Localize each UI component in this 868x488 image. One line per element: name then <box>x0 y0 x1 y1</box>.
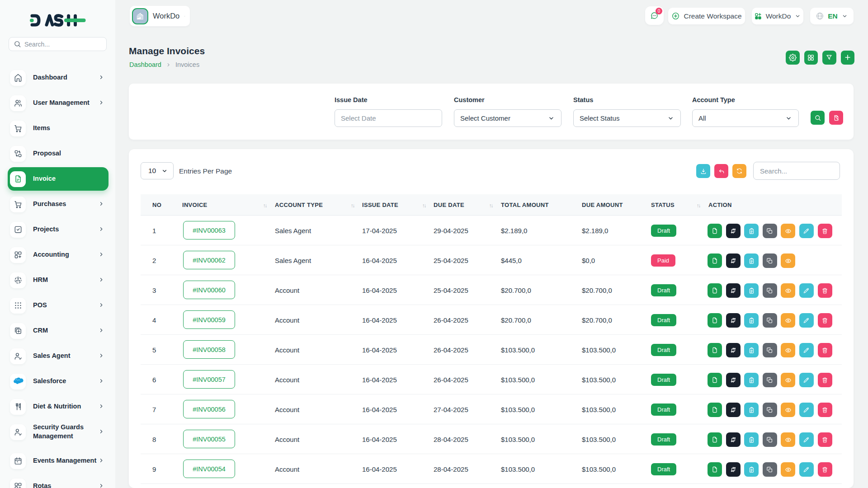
svg-text:a: a <box>16 379 17 380</box>
svg-text:e: e <box>18 379 19 381</box>
